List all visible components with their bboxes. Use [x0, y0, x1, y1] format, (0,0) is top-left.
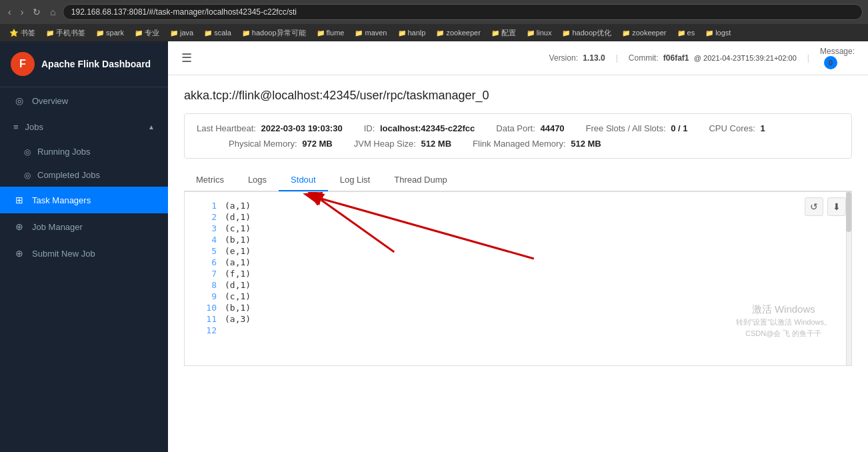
bookmark-config[interactable]: 配置 [487, 27, 520, 39]
last-heartbeat-item: Last Heartbeat: 2022-03-03 19:03:30 [197, 123, 343, 133]
id-item: ID: localhost:42345-c22fcc [364, 123, 475, 133]
log-line: 5 (e,1) [185, 245, 851, 257]
bookmark-zhuanye[interactable]: 专业 [131, 27, 163, 39]
completed-jobs-icon: ◎ [24, 171, 31, 180]
sidebar-item-task-managers[interactable]: ⊞ Task Managers [0, 187, 168, 213]
app-layout: F Apache Flink Dashboard ◎ Overview ≡ Jo… [0, 41, 868, 452]
header-separator2: | [807, 53, 809, 63]
nav-refresh-button[interactable]: ↻ [30, 5, 43, 19]
message-badge: 0 [824, 56, 837, 69]
sidebar-item-job-manager[interactable]: ⊕ Job Manager [0, 213, 168, 240]
sidebar-item-label-jobs: Jobs [25, 122, 43, 132]
log-line: 7 (f,1) [185, 268, 851, 279]
info-card: Last Heartbeat: 2022-03-03 19:03:30 ID: … [184, 113, 852, 159]
sidebar-item-label-submit-new-job: Submit New Job [32, 249, 95, 259]
top-header: ☰ Version: 1.13.0 | Commit: f06faf1 @ 20… [168, 41, 868, 75]
bookmark-zookeeper[interactable]: zookeeper [432, 27, 484, 38]
log-line: 10 (b,1) [185, 302, 851, 313]
nav-forward-button[interactable]: › [18, 5, 27, 19]
sidebar-item-label-task-managers: Task Managers [32, 195, 91, 205]
jvm-heap-item: JVM Heap Size: 512 MB [354, 139, 451, 149]
log-line: 8 (d,1) [185, 279, 851, 291]
cpu-cores-value: 1 [760, 123, 765, 133]
header-separator1: | [616, 53, 618, 63]
url-bar[interactable] [63, 4, 863, 20]
flink-logo-icon: F [11, 52, 35, 76]
overview-icon: ◎ [13, 95, 25, 106]
info-row-2: Physical Memory: 972 MB JVM Heap Size: 5… [197, 139, 839, 149]
scroll-handle[interactable] [846, 192, 851, 232]
id-value: localhost:42345-c22fcc [380, 123, 475, 133]
jobs-expand-icon: ▲ [148, 123, 155, 131]
nav-back-button[interactable]: ‹ [5, 5, 14, 19]
main-content: ☰ Version: 1.13.0 | Commit: f06faf1 @ 20… [168, 41, 868, 452]
log-line: 9 (c,1) [185, 291, 851, 302]
log-lines: 1 (a,1) 2 (d,1) 3 (c,1) 4 (b,1) [185, 192, 851, 365]
bookmark-mobile[interactable]: 手机书签 [42, 27, 89, 39]
header-version-label: Version: 1.13.0 [549, 53, 605, 63]
bookmark-hadoop-opt[interactable]: hadoop优化 [558, 27, 615, 39]
header-commit-value: f06faf1 [663, 53, 689, 63]
header-commit-section: Commit: f06faf1 @ 2021-04-23T15:39:21+02… [629, 53, 797, 63]
refresh-log-button[interactable]: ↺ [805, 197, 823, 216]
bookmark-hanlp[interactable]: hanlp [394, 27, 430, 38]
tabs-bar: Metrics Logs Stdout Log List Thread Dump [184, 169, 852, 191]
bookmark-label: ⭐ 书签 [5, 27, 39, 39]
bookmarks-bar: ⭐ 书签 手机书签 spark 专业 java scala hadoop异常可能… [0, 24, 868, 41]
header-commit-date: @ 2021-04-23T15:39:21+02:00 [694, 54, 797, 62]
hamburger-icon[interactable]: ☰ [181, 51, 192, 65]
log-line: 12 [185, 325, 851, 336]
jobs-icon: ≡ [13, 122, 19, 132]
free-slots-value: 0 / 1 [671, 123, 687, 133]
free-slots-item: Free Slots / All Slots: 0 / 1 [586, 123, 688, 133]
task-managers-icon: ⊞ [13, 195, 25, 205]
log-line: 2 (d,1) [185, 211, 851, 223]
physical-memory-value: 972 MB [302, 139, 333, 149]
header-meta: Version: 1.13.0 | Commit: f06faf1 @ 2021… [549, 47, 855, 69]
log-line: 3 (c,1) [185, 223, 851, 234]
info-row-1: Last Heartbeat: 2022-03-03 19:03:30 ID: … [197, 123, 839, 133]
sidebar-item-label-completed-jobs: Completed Jobs [37, 170, 100, 180]
sidebar-item-label-overview: Overview [32, 96, 68, 106]
app-title: Apache Flink Dashboard [41, 59, 151, 69]
browser-bar: ‹ › ↻ ⌂ [0, 0, 868, 24]
header-message-section: Message: 0 [820, 47, 855, 69]
sidebar-item-jobs[interactable]: ≡ Jobs ▲ [0, 114, 168, 140]
download-log-button[interactable]: ⬇ [827, 197, 846, 216]
bookmark-maven[interactable]: maven [351, 27, 391, 38]
nav-home-button[interactable]: ⌂ [47, 5, 58, 19]
page-title: akka.tcp://flink@localhost:42345/user/rp… [184, 89, 852, 103]
sidebar-item-overview[interactable]: ◎ Overview [0, 87, 168, 114]
bookmark-logst[interactable]: logst [701, 27, 735, 38]
tab-metrics[interactable]: Metrics [184, 169, 236, 191]
tab-thread-dump[interactable]: Thread Dump [382, 169, 459, 191]
bookmark-java[interactable]: java [166, 27, 197, 38]
running-jobs-icon: ◎ [24, 147, 31, 157]
bookmark-zookeeper2[interactable]: zookeeper [618, 27, 670, 38]
tab-stdout[interactable]: Stdout [279, 169, 328, 191]
flink-memory-item: Flink Managed Memory: 512 MB [473, 139, 601, 149]
data-port-item: Data Port: 44470 [496, 123, 564, 133]
tab-logs[interactable]: Logs [236, 169, 279, 191]
bookmark-linux[interactable]: linux [523, 27, 556, 38]
sidebar-item-running-jobs[interactable]: ◎ Running Jobs [0, 140, 168, 163]
sidebar-item-completed-jobs[interactable]: ◎ Completed Jobs [0, 163, 168, 187]
log-line: 11 (a,3) [185, 313, 851, 325]
jvm-heap-value: 512 MB [421, 139, 452, 149]
sidebar-item-submit-new-job[interactable]: ⊕ Submit New Job [0, 240, 168, 267]
log-line: 4 (b,1) [185, 234, 851, 245]
sidebar-item-label-job-manager: Job Manager [32, 222, 83, 232]
bookmark-spark[interactable]: spark [92, 27, 128, 38]
bookmark-hadoop[interactable]: hadoop异常可能 [238, 27, 310, 39]
page-content: akka.tcp://flink@localhost:42345/user/rp… [168, 75, 868, 452]
tab-log-list[interactable]: Log List [328, 169, 383, 191]
log-area: ↺ ⬇ 1 (a,1) 2 (d,1) [184, 191, 852, 366]
bookmark-scala[interactable]: scala [200, 27, 235, 38]
data-port-value: 44470 [540, 123, 564, 133]
cpu-cores-item: CPU Cores: 1 [709, 123, 765, 133]
log-toolbar: ↺ ⬇ [805, 197, 846, 216]
header-version-value: 1.13.0 [583, 53, 605, 63]
bookmark-flume[interactable]: flume [313, 27, 349, 38]
flink-memory-value: 512 MB [571, 139, 601, 149]
bookmark-es[interactable]: es [673, 27, 699, 38]
